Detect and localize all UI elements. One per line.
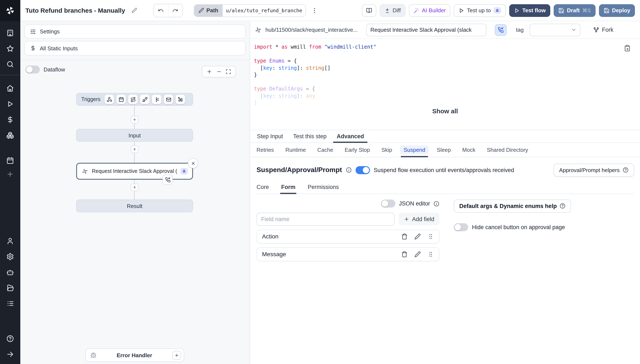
result-node[interactable]: Result xyxy=(76,200,193,212)
all-static-inputs-button[interactable]: All Static Inputs xyxy=(25,41,246,56)
approval-prompt-helpers-button[interactable]: Approval/Prompt helpers xyxy=(554,164,634,176)
tab-permissions[interactable]: Permissions xyxy=(308,184,339,194)
add-plus-icon[interactable] xyxy=(6,170,14,178)
trash-icon[interactable] xyxy=(401,251,408,257)
http-route-trigger-icon[interactable] xyxy=(128,95,138,104)
zoom-in-plus-icon[interactable] xyxy=(206,69,212,74)
kafka-trigger-icon[interactable] xyxy=(152,95,161,104)
clipboard-icon[interactable] xyxy=(624,45,631,52)
suspend-enabled-toggle[interactable] xyxy=(356,166,370,174)
tab-suspend[interactable]: Suspend xyxy=(403,143,425,157)
input-node[interactable]: Input xyxy=(76,129,193,142)
tab-early-stop[interactable]: Early Stop xyxy=(345,143,370,157)
json-editor-toggle[interactable] xyxy=(381,200,395,208)
sidebar-rail xyxy=(0,0,20,364)
favorites-star-icon[interactable] xyxy=(6,45,14,52)
add-step-button[interactable] xyxy=(131,146,138,153)
poll-trigger-icon[interactable] xyxy=(176,95,185,104)
show-all-button[interactable]: Show all xyxy=(250,107,640,114)
settings-gear-icon[interactable] xyxy=(6,253,14,260)
fork-button[interactable]: Fork xyxy=(593,27,613,33)
tab-mock[interactable]: Mock xyxy=(462,143,475,157)
error-handler-node[interactable]: Error Handler xyxy=(86,348,184,362)
tab-sleep[interactable]: Sleep xyxy=(437,143,451,157)
diff-button[interactable]: Diff xyxy=(379,4,405,17)
pencil-icon[interactable] xyxy=(414,233,421,240)
step-id-badge: a xyxy=(493,7,501,14)
edit-title-pencil-icon[interactable] xyxy=(131,8,137,13)
websocket-trigger-icon[interactable] xyxy=(140,95,150,104)
tab-form[interactable]: Form xyxy=(281,184,296,194)
windmill-logo[interactable] xyxy=(0,0,20,21)
add-step-button[interactable] xyxy=(131,184,138,191)
resources-boxes-icon[interactable] xyxy=(6,132,14,139)
triggers-node[interactable]: Triggers xyxy=(76,93,193,106)
zoom-out-minus-icon[interactable] xyxy=(216,69,222,74)
remove-step-button[interactable] xyxy=(188,158,198,168)
pencil-icon xyxy=(198,8,204,13)
add-error-handler-button[interactable] xyxy=(172,351,181,360)
add-step-button[interactable] xyxy=(131,116,138,124)
expand-arrow-icon[interactable] xyxy=(6,350,14,358)
webhook-trigger-icon[interactable] xyxy=(105,95,114,104)
drag-grip-icon[interactable] xyxy=(428,251,434,257)
pencil-icon[interactable] xyxy=(414,251,421,257)
book-open-icon xyxy=(366,8,372,13)
tab-runtime[interactable]: Runtime xyxy=(285,143,306,157)
email-trigger-icon[interactable] xyxy=(164,95,173,104)
ai-builder-button[interactable]: AI Builder xyxy=(409,4,451,17)
flow-settings-button[interactable]: Settings xyxy=(25,24,246,38)
schedules-calendar-icon[interactable] xyxy=(6,157,14,164)
step-name-input[interactable] xyxy=(366,24,486,36)
tab-skip[interactable]: Skip xyxy=(381,143,392,157)
info-icon[interactable] xyxy=(346,167,352,173)
add-field-button[interactable]: Add field xyxy=(399,213,439,225)
field-name-input[interactable] xyxy=(257,212,395,226)
search-icon[interactable] xyxy=(6,60,14,68)
home-icon[interactable] xyxy=(6,84,14,92)
tab-core[interactable]: Core xyxy=(257,184,269,194)
step-node-label: Request Interactive Slack Approval (... xyxy=(92,168,177,174)
tab-retries[interactable]: Retries xyxy=(257,143,274,157)
user-icon[interactable] xyxy=(6,237,14,245)
schedule-trigger-icon[interactable] xyxy=(117,95,126,104)
workspace-icon[interactable] xyxy=(6,29,14,37)
redo-button[interactable] xyxy=(168,4,182,17)
tag-select[interactable] xyxy=(530,24,580,36)
slack-approval-step-node[interactable]: Request Interactive Slack Approval (... … xyxy=(76,163,193,180)
form-field-row[interactable]: Action xyxy=(257,229,439,243)
fit-view-icon[interactable] xyxy=(226,69,231,74)
form-field-row[interactable]: Message xyxy=(257,247,439,261)
tab-advanced[interactable]: Advanced xyxy=(332,130,369,142)
folders-icon[interactable] xyxy=(6,284,14,292)
add-field-label: Add field xyxy=(412,216,434,222)
test-up-to-button[interactable]: Test up to a xyxy=(454,4,506,17)
logs-list-icon[interactable] xyxy=(6,300,14,307)
deploy-button[interactable]: Deploy xyxy=(599,4,635,17)
error-handler-label: Error Handler xyxy=(97,352,172,358)
drag-grip-icon[interactable] xyxy=(428,233,434,240)
tab-step-input[interactable]: Step Input xyxy=(252,130,288,142)
undo-button[interactable] xyxy=(153,4,168,17)
hub-script-path[interactable]: hub/11500/slack/request_interactive... xyxy=(265,27,358,33)
workers-robot-icon[interactable] xyxy=(6,268,14,276)
runs-play-icon[interactable] xyxy=(6,100,14,108)
suspend-phone-incoming-badge[interactable] xyxy=(162,174,173,185)
tab-shared-directory[interactable]: Shared Directory xyxy=(487,143,528,157)
tab-cache[interactable]: Cache xyxy=(317,143,333,157)
dataflow-toggle[interactable] xyxy=(25,66,40,74)
draft-button[interactable]: Draft ⌘S xyxy=(554,4,595,17)
more-menu-button[interactable] xyxy=(310,4,319,16)
trash-icon[interactable] xyxy=(401,233,408,240)
test-flow-button[interactable]: Test flow xyxy=(509,4,550,17)
help-icon[interactable] xyxy=(6,335,14,342)
default-args-help-button[interactable]: Default args & Dynamic enums help xyxy=(454,199,571,212)
hide-cancel-toggle[interactable] xyxy=(454,223,468,231)
path-input[interactable] xyxy=(223,4,306,16)
variables-dollar-icon[interactable] xyxy=(6,116,14,124)
suspend-phone-toggle-button[interactable] xyxy=(495,24,507,36)
tab-test-this-step[interactable]: Test this step xyxy=(288,130,332,142)
path-button[interactable]: Path xyxy=(194,4,223,16)
info-icon[interactable] xyxy=(434,200,439,206)
docs-book-button[interactable] xyxy=(362,4,376,17)
